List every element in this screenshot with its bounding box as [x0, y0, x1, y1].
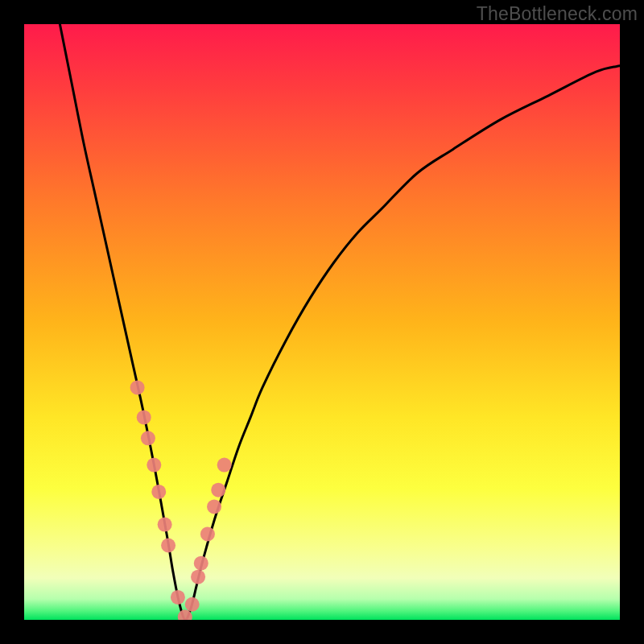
sample-marker	[171, 590, 185, 605]
sample-marker	[191, 570, 205, 584]
sample-marker	[147, 458, 161, 473]
sample-marker	[158, 518, 172, 532]
sample-marker	[151, 485, 166, 499]
plot-area	[24, 24, 620, 620]
gradient-background	[24, 24, 620, 620]
sample-marker	[141, 431, 155, 445]
sample-marker	[194, 556, 208, 571]
sample-marker	[211, 483, 225, 497]
sample-marker	[217, 458, 232, 473]
sample-marker	[130, 380, 145, 394]
sample-marker	[137, 410, 151, 424]
watermark-text: TheBottleneck.com	[477, 3, 638, 25]
sample-marker	[161, 539, 175, 553]
sample-marker	[185, 597, 200, 612]
chart-frame: TheBottleneck.com	[0, 0, 644, 644]
sample-marker	[200, 526, 215, 541]
chart-svg	[24, 24, 620, 620]
sample-marker	[207, 499, 221, 514]
